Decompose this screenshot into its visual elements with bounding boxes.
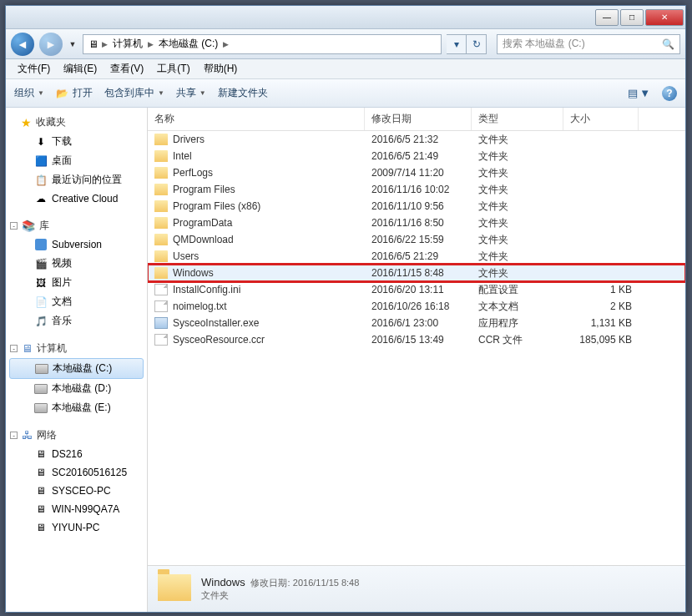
file-row[interactable]: Windows2016/11/15 8:48文件夹 bbox=[148, 265, 685, 281]
file-type: 文件夹 bbox=[472, 199, 563, 214]
menu-edit[interactable]: 编辑(E) bbox=[58, 60, 102, 78]
tree-item[interactable]: 🖥WIN-N99QA7A bbox=[6, 500, 147, 518]
new-folder-button[interactable]: 新建文件夹 bbox=[218, 86, 268, 100]
computer-header[interactable]: -🖥计算机 bbox=[6, 339, 147, 358]
file-row[interactable]: PerfLogs2009/7/14 11:20文件夹 bbox=[148, 164, 685, 181]
breadcrumb-computer[interactable]: 计算机 bbox=[109, 37, 146, 51]
tree-item[interactable]: 本地磁盘 (E:) bbox=[6, 398, 147, 417]
file-row[interactable]: Intel2016/6/5 21:49文件夹 bbox=[148, 148, 685, 164]
minimize-button[interactable]: — bbox=[595, 9, 619, 26]
file-row[interactable]: QMDownload2016/6/22 15:59文件夹 bbox=[148, 231, 685, 248]
forward-button[interactable]: ► bbox=[39, 33, 63, 56]
menu-file[interactable]: 文件(F) bbox=[13, 60, 55, 78]
include-library-button[interactable]: 包含到库中▼ bbox=[104, 86, 164, 100]
menu-view[interactable]: 查看(V) bbox=[105, 60, 149, 78]
history-dropdown[interactable]: ▼ bbox=[68, 36, 78, 53]
tree-item[interactable]: 🖥SYSCEO-PC bbox=[6, 482, 147, 500]
file-size: 2 KB bbox=[563, 300, 639, 312]
tree-item-label: SYSCEO-PC bbox=[52, 485, 111, 497]
file-row[interactable]: Program Files (x86)2016/11/10 9:56文件夹 bbox=[148, 198, 685, 215]
tree-item[interactable]: 本地磁盘 (D:) bbox=[6, 379, 147, 398]
file-size: 1,131 KB bbox=[563, 317, 639, 329]
tree-item-label: 本地磁盘 (E:) bbox=[52, 401, 111, 415]
help-icon[interactable]: ? bbox=[662, 86, 677, 101]
address-bar[interactable]: 🖥 ▶ 计算机 ▶ 本地磁盘 (C:) ▶ bbox=[83, 34, 442, 54]
computer-icon: 🖥 bbox=[87, 38, 100, 51]
expand-icon[interactable]: - bbox=[10, 222, 18, 230]
tree-item-label: YIYUN-PC bbox=[52, 522, 99, 533]
tree-item[interactable]: 🖥DS216 bbox=[6, 445, 147, 463]
tree-item[interactable]: 🎬视频 bbox=[6, 254, 147, 273]
file-row[interactable]: ProgramData2016/11/16 8:50文件夹 bbox=[148, 215, 685, 231]
tree-item[interactable]: 📄文档 bbox=[6, 292, 147, 311]
favorites-header[interactable]: ★收藏夹 bbox=[6, 113, 147, 132]
tree-item-label: Subversion bbox=[52, 239, 102, 250]
menu-tools[interactable]: 工具(T) bbox=[152, 60, 194, 78]
tree-item[interactable]: 本地磁盘 (C:) bbox=[9, 358, 144, 379]
back-button[interactable]: ◄ bbox=[11, 33, 34, 56]
tree-item[interactable]: 🎵音乐 bbox=[6, 311, 147, 331]
tree-item-label: 桌面 bbox=[52, 154, 72, 168]
tree-item[interactable]: 📋最近访问的位置 bbox=[6, 170, 147, 189]
file-row[interactable]: Program Files2016/11/16 10:02文件夹 bbox=[148, 181, 685, 198]
file-icon bbox=[154, 284, 168, 295]
file-type: 文件夹 bbox=[472, 250, 563, 264]
item-icon: ⬇ bbox=[34, 135, 48, 149]
exe-icon bbox=[154, 317, 168, 329]
file-name: Windows bbox=[173, 267, 214, 279]
col-type[interactable]: 类型 bbox=[472, 108, 563, 130]
file-row[interactable]: SysceoResource.ccr2016/6/15 13:49CCR 文件1… bbox=[148, 331, 685, 348]
navigation-pane[interactable]: ★收藏夹 ⬇下载🟦桌面📋最近访问的位置☁Creative Cloud -📚库 S… bbox=[6, 108, 148, 612]
tree-item[interactable]: ☁Creative Cloud bbox=[6, 189, 147, 208]
tree-favorites: ★收藏夹 ⬇下载🟦桌面📋最近访问的位置☁Creative Cloud bbox=[6, 113, 147, 208]
file-type: 文件夹 bbox=[472, 233, 563, 247]
file-name: SysceoInstaller.exe bbox=[173, 317, 259, 329]
network-header[interactable]: -🖧网络 bbox=[6, 426, 147, 445]
file-type: 文本文档 bbox=[472, 300, 563, 314]
file-type: 配置设置 bbox=[472, 283, 563, 297]
tree-item[interactable]: 🖼图片 bbox=[6, 273, 147, 292]
tree-item-label: DS216 bbox=[52, 448, 83, 460]
address-dropdown[interactable]: ▾ bbox=[447, 34, 467, 54]
tree-item[interactable]: 🖥YIYUN-PC bbox=[6, 518, 147, 537]
search-input[interactable]: 搜索 本地磁盘 (C:) 🔍 bbox=[497, 34, 680, 54]
file-type: 文件夹 bbox=[472, 183, 563, 197]
open-button[interactable]: 📂打开 bbox=[56, 86, 93, 100]
file-date: 2016/6/15 13:49 bbox=[365, 334, 472, 346]
breadcrumb-drive[interactable]: 本地磁盘 (C:) bbox=[155, 37, 221, 51]
file-row[interactable]: Drivers2016/6/5 21:32文件夹 bbox=[148, 131, 685, 148]
file-date: 2016/6/20 13:11 bbox=[365, 284, 472, 295]
expand-icon[interactable]: - bbox=[10, 345, 18, 352]
file-row[interactable]: Users2016/6/5 21:29文件夹 bbox=[148, 248, 685, 265]
share-button[interactable]: 共享▼ bbox=[176, 86, 206, 100]
organize-button[interactable]: 组织▼ bbox=[14, 86, 44, 100]
maximize-button[interactable]: □ bbox=[620, 9, 644, 26]
details-name: Windows bbox=[201, 576, 245, 588]
file-size: 185,095 KB bbox=[563, 334, 639, 346]
item-icon bbox=[34, 238, 48, 251]
file-list[interactable]: Drivers2016/6/5 21:32文件夹Intel2016/6/5 21… bbox=[148, 131, 685, 565]
refresh-button[interactable]: ↻ bbox=[467, 34, 487, 54]
view-options-button[interactable]: ▤▼ bbox=[628, 87, 650, 99]
col-size[interactable]: 大小 bbox=[563, 108, 639, 130]
tree-item-label: 本地磁盘 (D:) bbox=[52, 381, 111, 396]
libraries-header[interactable]: -📚库 bbox=[6, 216, 147, 235]
close-button[interactable]: ✕ bbox=[645, 9, 684, 26]
col-date[interactable]: 修改日期 bbox=[365, 108, 472, 130]
file-row[interactable]: SysceoInstaller.exe2016/6/1 23:00应用程序1,1… bbox=[148, 315, 685, 331]
item-icon: 🎬 bbox=[34, 257, 48, 270]
folder-icon bbox=[154, 250, 168, 262]
expand-icon[interactable]: - bbox=[10, 432, 18, 439]
folder-open-icon: 📂 bbox=[56, 87, 69, 100]
column-headers: 名称 修改日期 类型 大小 bbox=[148, 108, 685, 131]
file-date: 2016/6/22 15:59 bbox=[365, 234, 472, 245]
tree-item[interactable]: 🟦桌面 bbox=[6, 151, 147, 170]
tree-item[interactable]: Subversion bbox=[6, 235, 147, 254]
file-row[interactable]: InstallConfig.ini2016/6/20 13:11配置设置1 KB bbox=[148, 281, 685, 298]
col-name[interactable]: 名称 bbox=[148, 108, 365, 130]
file-type: 文件夹 bbox=[472, 216, 563, 230]
file-row[interactable]: noimelog.txt2016/10/26 16:18文本文档2 KB bbox=[148, 298, 685, 315]
tree-item[interactable]: ⬇下载 bbox=[6, 132, 147, 151]
tree-item[interactable]: 🖥SC20160516125 bbox=[6, 463, 147, 482]
menu-help[interactable]: 帮助(H) bbox=[199, 60, 243, 78]
